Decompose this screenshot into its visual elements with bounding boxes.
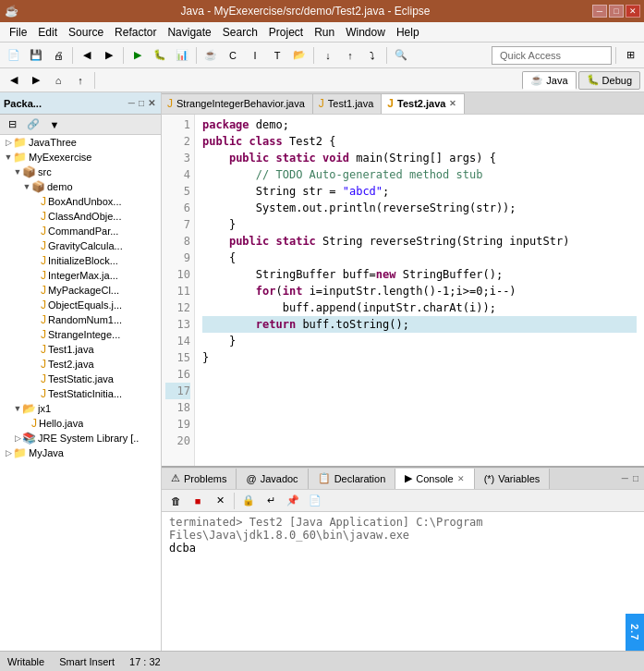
up-button[interactable]: ↑ (70, 70, 91, 91)
arrow-icon: ▼ (13, 167, 22, 177)
tab-javadoc[interactable]: @ Javadoc (237, 469, 308, 489)
list-item[interactable]: J BoxAndUnbox... (0, 194, 161, 209)
menu-file[interactable]: File (4, 24, 32, 41)
list-item[interactable]: J TestStatic.java (0, 372, 161, 386)
package-tree: ▷ 📁 JavaThree ▼ 📁 MyExexercise ▼ 📦 src ▼… (0, 135, 161, 651)
code-editor[interactable]: package demo; public class Test2 { publi… (195, 115, 644, 466)
menu-navigate[interactable]: Navigate (162, 24, 216, 41)
tab-variables[interactable]: (*) Variables (475, 469, 551, 489)
list-item[interactable]: J TestStaticInitia... (0, 386, 161, 401)
word-wrap-button[interactable]: ↵ (261, 491, 281, 511)
prev-edit-button[interactable]: ◀ (77, 45, 97, 66)
close-panel-button[interactable]: ✕ (146, 98, 157, 108)
collapse-all-button[interactable]: ⊟ (2, 115, 22, 135)
remove-terminated-button[interactable]: ✕ (210, 491, 230, 511)
tab-problems[interactable]: ⚠ Problems (162, 469, 237, 489)
tree-item-javathree[interactable]: ▷ 📁 JavaThree (0, 135, 161, 150)
new-class-button[interactable]: C (223, 45, 243, 66)
search-button[interactable]: 🔍 (391, 45, 411, 66)
new-java-button[interactable]: ☕ (200, 45, 221, 66)
list-item[interactable]: J Test2.java (0, 357, 161, 372)
tree-item-myexexercise[interactable]: ▼ 📁 MyExexercise (0, 150, 161, 165)
menu-search[interactable]: Search (217, 24, 263, 41)
maximize-panel-button[interactable]: □ (631, 473, 640, 483)
tab-test1[interactable]: J Test1.java (313, 93, 383, 114)
view-menu-button[interactable]: ▼ (44, 115, 65, 135)
save-button[interactable]: 💾 (26, 45, 46, 66)
list-item[interactable]: J RandomNum1... (0, 312, 161, 327)
tab-console[interactable]: ▶ Console ✕ (395, 469, 474, 489)
menu-refactor[interactable]: Refactor (109, 24, 162, 41)
java-perspective-button[interactable]: ☕ Java (522, 71, 576, 90)
tree-item-src[interactable]: ▼ 📦 src (0, 165, 161, 179)
open-perspective-button[interactable]: ⊞ (620, 45, 640, 66)
tab-strange-integer[interactable]: J StrangeIntegerBehavior.java (162, 93, 313, 114)
menu-source[interactable]: Source (63, 24, 109, 41)
menu-run[interactable]: Run (309, 24, 340, 41)
tree-item-label: src (38, 166, 52, 177)
list-item[interactable]: J ClassAndObje... (0, 209, 161, 224)
forward-button[interactable]: ▶ (26, 70, 46, 91)
menu-edit[interactable]: Edit (32, 24, 63, 41)
link-editor-button[interactable]: 🔗 (23, 115, 43, 135)
list-item[interactable]: J MyPackageCl... (0, 283, 161, 298)
console-terminated-line: terminated> Test2 [Java Application] C:\… (169, 516, 637, 542)
maximize-panel-button[interactable]: □ (137, 98, 146, 108)
back-button[interactable]: ◀ (4, 70, 24, 91)
list-item[interactable]: J ObjectEquals.j... (0, 298, 161, 312)
tab-close-button[interactable]: ✕ (457, 474, 465, 483)
menu-project[interactable]: Project (263, 24, 309, 41)
debug-button[interactable]: 🐛 (150, 45, 170, 66)
tree-item-demo[interactable]: ▼ 📦 demo (0, 179, 161, 194)
next-annotation-button[interactable]: ↓ (318, 45, 338, 66)
separator-6 (615, 47, 616, 64)
menu-help[interactable]: Help (391, 24, 425, 41)
minimize-panel-button[interactable]: ─ (127, 98, 137, 108)
tree-item-label: ClassAndObje... (48, 211, 121, 222)
tree-item-jre[interactable]: ▷ 📚 JRE System Library [.. (0, 431, 161, 445)
new-button[interactable]: 📄 (4, 45, 24, 66)
home-button[interactable]: ⌂ (48, 70, 68, 91)
open-resource-button[interactable]: 📂 (289, 45, 310, 66)
clear-console-button[interactable]: 🗑 (165, 491, 186, 511)
open-console-button[interactable]: 📄 (305, 491, 325, 511)
tab-label: Javadoc (261, 473, 298, 484)
menu-window[interactable]: Window (340, 24, 391, 41)
minimize-button[interactable]: ─ (592, 5, 607, 18)
stop-button[interactable]: ■ (188, 491, 208, 511)
maximize-button[interactable]: □ (609, 5, 624, 18)
tab-test2[interactable]: J Test2.java ✕ (382, 93, 465, 114)
list-item[interactable]: J Hello.java (0, 416, 161, 431)
tab-declaration[interactable]: 📋 Declaration (309, 469, 396, 489)
list-item[interactable]: J GravityCalcula... (0, 238, 161, 253)
line-numbers: 12345 678910 1112131415 1617181920 (162, 115, 195, 466)
open-type-button[interactable]: T (267, 45, 287, 66)
coverage-button[interactable]: 📊 (172, 45, 192, 66)
tab-close-button[interactable]: ✕ (449, 99, 456, 108)
debug-perspective-label: Debug (602, 75, 632, 86)
new-interface-button[interactable]: I (245, 45, 265, 66)
list-item[interactable]: J CommandPar... (0, 224, 161, 238)
pin-console-button[interactable]: 📌 (283, 491, 303, 511)
arrow-icon: ▼ (22, 182, 31, 191)
scroll-lock-button[interactable]: 🔒 (238, 491, 259, 511)
list-item[interactable]: J StrangeIntege... (0, 327, 161, 342)
print-button[interactable]: 🖨 (48, 45, 68, 66)
run-button[interactable]: ▶ (128, 45, 148, 66)
minimize-panel-button[interactable]: ─ (620, 473, 630, 483)
panel-controls: ─ □ (620, 473, 644, 483)
tree-item-jx1[interactable]: ▼ 📂 jx1 (0, 401, 161, 416)
list-item[interactable]: J IntegerMax.ja... (0, 268, 161, 283)
tree-item-myjava[interactable]: ▷ 📁 MyJava (0, 445, 161, 460)
list-item[interactable]: J InitializeBlock... (0, 253, 161, 268)
prev-annotation-button[interactable]: ↑ (340, 45, 360, 66)
quick-access-input[interactable]: Quick Access (492, 46, 612, 65)
list-item[interactable]: J Test1.java (0, 342, 161, 357)
debug-perspective-button[interactable]: 🐛 Debug (578, 71, 640, 90)
last-edit-button[interactable]: ⤵ (362, 45, 383, 66)
next-edit-button[interactable]: ▶ (99, 45, 119, 66)
variables-icon: (*) (484, 473, 495, 484)
close-button[interactable]: ✕ (626, 5, 640, 18)
java-file-icon: J (41, 210, 46, 223)
tab-label: Test2.java (397, 98, 445, 109)
